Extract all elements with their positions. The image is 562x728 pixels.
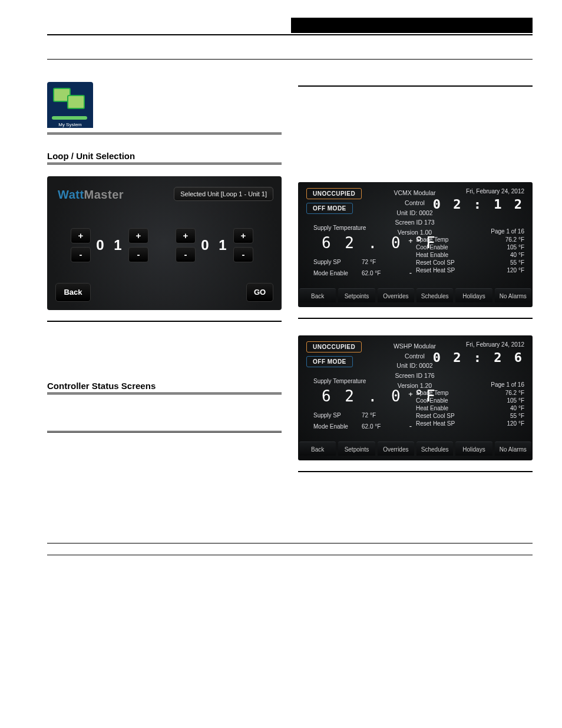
stepper-minus-button[interactable]: - — [71, 247, 91, 262]
cool-enable-label: Cool Enable — [416, 244, 448, 251]
loop-digit-tens: 0 — [93, 237, 108, 253]
setpoints-button[interactable]: Setpoints — [338, 442, 375, 456]
my-system-icon[interactable]: My System — [47, 82, 93, 128]
loop-unit-selection-panel: WattMaster Selected Unit [Loop 1 - Unit … — [47, 176, 282, 310]
heat-enable-label: Heat Enable — [416, 405, 448, 411]
holidays-button[interactable]: Holidays — [455, 288, 492, 302]
header-divider — [47, 34, 533, 35]
loop-stepper: + - 0 1 + - — [71, 228, 153, 262]
footer-row — [47, 545, 533, 555]
unit-stepper: + - 0 1 + - — [176, 228, 258, 262]
reset-cool-sp-value: 55 °F — [510, 413, 524, 419]
mode-enable-value: 62.0 °F — [362, 421, 381, 432]
supply-sp-value: 72 °F — [362, 256, 376, 268]
mode-enable-label: Mode Enable — [313, 421, 355, 432]
supply-temp-label: Supply Temperature — [313, 225, 366, 231]
mode-enable-value: 62.0 °F — [362, 268, 381, 279]
overrides-button[interactable]: Overrides — [378, 288, 414, 302]
back-button[interactable]: Back — [299, 442, 336, 456]
divider — [298, 471, 533, 472]
space-temp-label: Space Temp — [416, 390, 448, 396]
back-button[interactable]: Back — [55, 283, 91, 302]
divider — [298, 85, 533, 87]
page-indicator: Page 1 of 16 — [491, 228, 524, 235]
stepper-plus-button[interactable]: + — [71, 228, 91, 243]
subhead-controller-status: Controller Status Screens — [47, 381, 282, 394]
heat-enable-value: 40 °F — [510, 252, 524, 258]
footer-divider-top — [47, 543, 533, 543]
supply-temp-label: Supply Temperature — [313, 378, 366, 384]
occupancy-badge: UNOCCUPIED — [306, 188, 362, 199]
stepper-minus-button[interactable]: - — [176, 247, 196, 262]
controller-status-panel-wshp: UNOCCUPIED OFF MODE WSHP Modular Control… — [298, 335, 533, 460]
mode-badge: OFF MODE — [306, 203, 353, 214]
scroll-up-button[interactable]: + — [406, 238, 415, 246]
divider — [47, 431, 282, 433]
reset-heat-sp-label: Reset Heat SP — [416, 267, 455, 274]
schedules-button[interactable]: Schedules — [416, 288, 453, 302]
date-label: Fri, February 24, 2012 — [433, 341, 524, 348]
cool-enable-value: 105 °F — [507, 397, 524, 404]
scroll-down-button[interactable]: - — [406, 423, 415, 431]
stepper-plus-button[interactable]: + — [176, 228, 196, 243]
stepper-plus-button[interactable]: + — [128, 228, 148, 243]
occupancy-badge: UNOCCUPIED — [306, 341, 362, 353]
selected-unit-chip: Selected Unit [Loop 1 - Unit 1] — [174, 187, 273, 201]
space-temp-value: 76.2 °F — [505, 236, 524, 243]
date-label: Fri, February 24, 2012 — [433, 188, 524, 195]
heat-enable-label: Heat Enable — [416, 252, 448, 258]
stepper-minus-button[interactable]: - — [128, 247, 148, 262]
reset-cool-sp-label: Reset Cool SP — [416, 413, 455, 419]
reset-heat-sp-label: Reset Heat SP — [416, 420, 455, 427]
page-indicator: Page 1 of 16 — [491, 381, 524, 388]
footer-divider-bottom — [47, 555, 533, 555]
screen-id-label: Screen ID 176 — [385, 371, 444, 381]
clock-display: 0 2 : 1 2 — [433, 197, 524, 212]
holidays-button[interactable]: Holidays — [455, 442, 492, 456]
schedules-button[interactable]: Schedules — [416, 442, 453, 456]
scroll-up-button[interactable]: + — [406, 391, 415, 399]
reset-heat-sp-value: 120 °F — [507, 420, 524, 427]
reset-cool-sp-label: Reset Cool SP — [416, 259, 455, 266]
clock-display: 0 2 : 2 6 — [433, 350, 524, 365]
alarms-button[interactable]: No Alarms — [495, 442, 531, 456]
monitor-icon — [67, 95, 85, 109]
header-black-strip — [291, 18, 533, 33]
stepper-minus-button[interactable]: - — [233, 247, 253, 262]
loop-digit-ones: 1 — [111, 237, 126, 253]
overrides-button[interactable]: Overrides — [378, 442, 414, 456]
supply-sp-label: Supply SP — [313, 410, 355, 421]
mode-enable-label: Mode Enable — [313, 268, 355, 279]
cable-icon — [52, 116, 87, 120]
divider — [47, 133, 282, 134]
supply-sp-label: Supply SP — [313, 256, 355, 268]
top-title-divider — [47, 59, 533, 60]
unit-digit-ones: 1 — [216, 237, 231, 253]
screen-id-label: Screen ID 173 — [385, 218, 444, 228]
reset-cool-sp-value: 55 °F — [510, 259, 524, 266]
supply-sp-value: 72 °F — [362, 410, 376, 421]
space-temp-label: Space Temp — [416, 236, 448, 243]
subhead-loop-unit: Loop / Unit Selection — [47, 151, 282, 164]
my-system-label: My System — [47, 121, 93, 128]
setpoints-button[interactable]: Setpoints — [338, 288, 375, 302]
wattmaster-logo: WattMaster — [58, 188, 124, 202]
divider — [47, 321, 282, 322]
divider — [298, 318, 533, 319]
reset-heat-sp-value: 120 °F — [507, 267, 524, 274]
unit-digit-tens: 0 — [198, 237, 213, 253]
page-header-bar — [47, 18, 533, 33]
back-button[interactable]: Back — [299, 288, 336, 302]
stepper-plus-button[interactable]: + — [233, 228, 253, 243]
heat-enable-value: 40 °F — [510, 405, 524, 411]
space-temp-value: 76.2 °F — [505, 390, 524, 396]
mode-badge: OFF MODE — [306, 356, 353, 367]
alarms-button[interactable]: No Alarms — [495, 288, 531, 302]
cool-enable-label: Cool Enable — [416, 397, 448, 404]
go-button[interactable]: GO — [246, 283, 273, 302]
scroll-down-button[interactable]: - — [406, 269, 415, 278]
cool-enable-value: 105 °F — [507, 244, 524, 251]
controller-status-panel-vcmx: UNOCCUPIED OFF MODE VCMX Modular Control… — [298, 182, 533, 307]
